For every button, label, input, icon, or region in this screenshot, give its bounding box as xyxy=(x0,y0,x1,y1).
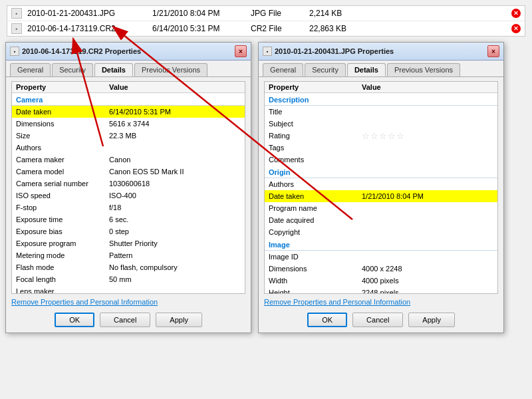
prop-date-acquired[interactable]: Date acquired xyxy=(265,214,497,226)
prop-tags-jpg[interactable]: Tags xyxy=(265,142,497,154)
prop-name-dimensions: Dimensions xyxy=(16,120,109,128)
prop-val-fstop: f/18 xyxy=(109,203,241,211)
tab-jpg-general[interactable]: General xyxy=(263,63,303,76)
apply-button-jpg[interactable]: Apply xyxy=(408,313,455,327)
tab-jpg-prev-versions[interactable]: Previous Versions xyxy=(387,63,460,76)
section-image: Image xyxy=(265,239,497,251)
file-row[interactable]: ▪ 2010-01-21-200431.JPG 1/21/2010 8:04 P… xyxy=(7,6,525,21)
prop-rating-jpg[interactable]: Rating ☆☆☆☆☆ xyxy=(265,130,497,142)
prop-height-jpg[interactable]: Height 2248 pixels xyxy=(265,287,497,294)
prop-exposure-time[interactable]: Exposure time 6 sec. xyxy=(12,213,245,225)
prop-authors-jpg[interactable]: Authors xyxy=(265,178,497,190)
prop-lens-maker[interactable]: Lens maker xyxy=(12,285,245,294)
prop-val-date-taken: 6/14/2010 5:31 PM xyxy=(109,108,241,116)
prop-title-jpg[interactable]: Title xyxy=(265,106,497,118)
file-delete-cr2[interactable]: ✕ xyxy=(511,24,521,33)
prop-name-title: Title xyxy=(269,108,362,116)
apply-button-cr2[interactable]: Apply xyxy=(156,313,202,327)
prop-name-camera-maker: Camera maker xyxy=(16,156,109,164)
prop-size-cr2[interactable]: Size 22.3 MB xyxy=(12,130,245,142)
tab-jpg-details[interactable]: Details xyxy=(347,63,386,76)
file-row[interactable]: ▪ 2010-06-14-173119.CR2 6/14/2010 5:31 P… xyxy=(7,21,525,36)
prop-comments-jpg[interactable]: Comments xyxy=(265,154,497,166)
prop-serial[interactable]: Camera serial number 1030600618 xyxy=(12,178,245,190)
prop-name-camera-model: Camera model xyxy=(16,168,109,176)
file-size-jpg: 2,214 KB xyxy=(309,9,362,18)
prop-fstop[interactable]: F-stop f/18 xyxy=(12,201,245,213)
dialog-jpg-props-header: Property Value xyxy=(265,82,497,93)
prop-authors-cr2[interactable]: Authors xyxy=(12,142,245,154)
prop-flash[interactable]: Flash mode No flash, compulsory xyxy=(12,261,245,273)
prop-val-size: 22.3 MB xyxy=(109,132,241,140)
dialog-cr2-props-header: Property Value xyxy=(12,82,245,93)
ok-button-jpg[interactable]: OK xyxy=(307,313,347,327)
prop-name-program: Program name xyxy=(269,204,362,212)
dialog-jpg-title: 2010-01-21-200431.JPG Properties xyxy=(275,47,485,55)
prop-exposure-bias[interactable]: Exposure bias 0 step xyxy=(12,225,245,237)
prop-val-dimensions: 5616 x 3744 xyxy=(109,120,241,128)
prop-program-name[interactable]: Program name xyxy=(265,202,497,214)
tab-cr2-security[interactable]: Security xyxy=(52,63,93,76)
dialog-cr2-buttons: OK Cancel Apply xyxy=(6,309,251,332)
prop-val-rating: ☆☆☆☆☆ xyxy=(362,131,493,141)
prop-name-iso: ISO speed xyxy=(16,192,109,200)
prop-metering[interactable]: Metering mode Pattern xyxy=(12,249,245,261)
cancel-button-cr2[interactable]: Cancel xyxy=(100,313,150,327)
dialog-jpg-close[interactable]: × xyxy=(487,45,499,57)
prop-exposure-program[interactable]: Exposure program Shutter Priority xyxy=(12,237,245,249)
prop-name-authors: Authors xyxy=(16,144,109,152)
prop-focal[interactable]: Focal length 50 mm xyxy=(12,273,245,285)
prop-name-size: Size xyxy=(16,132,109,140)
dialog-jpg: ▪ 2010-01-21-200431.JPG Properties × Gen… xyxy=(258,42,504,333)
prop-name-date-acquired: Date acquired xyxy=(269,216,362,224)
prop-name-authors-jpg: Authors xyxy=(269,180,362,188)
section-camera: Camera xyxy=(12,94,245,106)
prop-dimensions-jpg[interactable]: Dimensions 4000 x 2248 xyxy=(265,263,497,275)
prop-name-image-id: Image ID xyxy=(269,253,362,261)
prop-name-focal: Focal length xyxy=(16,275,109,283)
prop-name-date-taken: Date taken xyxy=(16,108,109,116)
prop-name-metering: Metering mode xyxy=(16,251,109,259)
tab-cr2-prev-versions[interactable]: Previous Versions xyxy=(134,63,207,76)
prop-val-width: 4000 pixels xyxy=(362,277,493,285)
dialog-cr2-close[interactable]: × xyxy=(235,45,247,57)
ok-button-cr2[interactable]: OK xyxy=(55,313,94,327)
tab-cr2-details[interactable]: Details xyxy=(94,63,133,76)
file-icon-jpg: ▪ xyxy=(11,8,22,19)
section-origin: Origin xyxy=(265,167,497,178)
prop-camera-model[interactable]: Camera model Canon EOS 5D Mark II xyxy=(12,166,245,178)
prop-width-jpg[interactable]: Width 4000 pixels xyxy=(265,275,497,287)
prop-dimensions-cr2[interactable]: Dimensions 5616 x 3744 xyxy=(12,118,245,130)
prop-iso[interactable]: ISO speed ISO-400 xyxy=(12,190,245,201)
tab-cr2-general[interactable]: General xyxy=(10,63,51,76)
dialog-jpg-tabs: General Security Details Previous Versio… xyxy=(259,61,503,77)
dialog-cr2: ▪ 2010-06-14-173119.CR2 Properties × Gen… xyxy=(5,42,251,333)
prop-camera-maker[interactable]: Camera maker Canon xyxy=(12,154,245,166)
cancel-button-jpg[interactable]: Cancel xyxy=(352,313,403,327)
prop-name-subject: Subject xyxy=(269,120,362,128)
prop-name-exposure-time: Exposure time xyxy=(16,215,109,223)
file-name-cr2: 2010-06-14-173119.CR2 xyxy=(27,24,147,33)
file-delete-jpg[interactable]: ✕ xyxy=(511,9,521,18)
file-type-jpg: JPG File xyxy=(251,9,304,18)
dialog-cr2-icon: ▪ xyxy=(10,47,19,56)
dialog-jpg-titlebar: ▪ 2010-01-21-200431.JPG Properties × xyxy=(259,43,503,61)
prop-copyright[interactable]: Copyright xyxy=(265,226,497,238)
prop-image-id[interactable]: Image ID xyxy=(265,251,497,263)
dialog-jpg-col-val: Value xyxy=(362,83,493,91)
file-size-cr2: 22,863 KB xyxy=(309,24,362,33)
prop-subject-jpg[interactable]: Subject xyxy=(265,118,497,130)
prop-val-date-taken-jpg: 1/21/2010 8:04 PM xyxy=(362,192,493,200)
tab-jpg-security[interactable]: Security xyxy=(305,63,346,76)
remove-link-cr2[interactable]: Remove Properties and Personal Informati… xyxy=(11,298,245,306)
prop-date-taken-cr2[interactable]: Date taken 6/14/2010 5:31 PM xyxy=(12,106,245,118)
dialog-cr2-col-prop: Property xyxy=(16,83,109,91)
prop-name-exposure-bias: Exposure bias xyxy=(16,227,109,235)
dialog-cr2-props-area: Property Value Camera Date taken 6/14/20… xyxy=(11,81,245,294)
remove-link-jpg[interactable]: Remove Properties and Personal Informati… xyxy=(264,298,498,306)
prop-val-iso: ISO-400 xyxy=(109,192,241,200)
dialog-cr2-col-val: Value xyxy=(109,83,241,91)
prop-val-height: 2248 pixels xyxy=(362,289,493,294)
prop-name-flash: Flash mode xyxy=(16,263,109,271)
prop-date-taken-jpg[interactable]: Date taken 1/21/2010 8:04 PM xyxy=(265,190,497,202)
